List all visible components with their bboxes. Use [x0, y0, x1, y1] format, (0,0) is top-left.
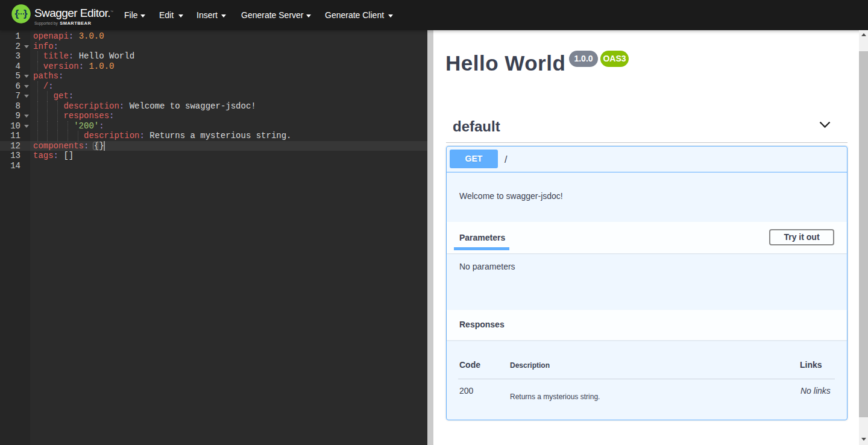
svg-text:}: }	[24, 8, 28, 19]
